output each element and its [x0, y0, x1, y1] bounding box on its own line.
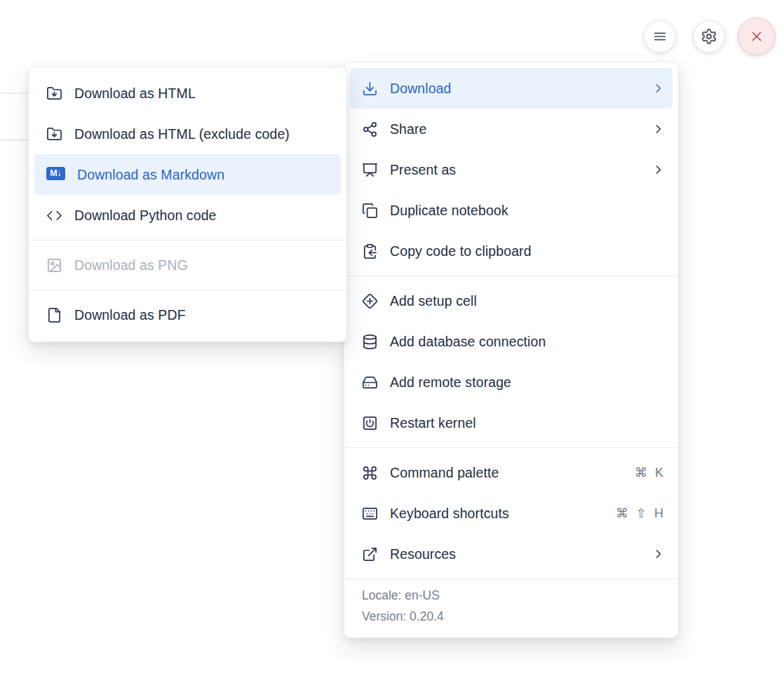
folder-down-icon: [46, 86, 62, 102]
copy-icon: [362, 203, 378, 219]
menu-item-label: Keyboard shortcuts: [390, 506, 607, 522]
image-icon: [46, 257, 62, 273]
menu-item-download-as-pdf[interactable]: Download as PDF: [34, 295, 341, 335]
notebook-actions-menu: DownloadSharePresent asDuplicate noteboo…: [344, 62, 679, 638]
menu-item-download-as-markdown[interactable]: M↓Download as Markdown: [34, 154, 341, 195]
database-icon: [362, 334, 378, 350]
locale-text: Locale: en-US: [362, 588, 661, 603]
menu-item-download-as-html-exclude-code[interactable]: Download as HTML (exclude code): [34, 114, 341, 154]
command-icon: [362, 465, 378, 481]
menu-item-present-as[interactable]: Present as: [350, 149, 673, 190]
menu-item-copy-code-to-clipboard[interactable]: Copy code to clipboard: [350, 231, 673, 271]
menu-item-label: Duplicate notebook: [390, 203, 665, 219]
background-cell-border-bottom: [0, 140, 29, 141]
menu-item-add-setup-cell[interactable]: Add setup cell: [350, 280, 673, 321]
menu-item-label: Download as HTML (exclude code): [74, 126, 334, 142]
menu-item-command-palette[interactable]: Command palette⌘ K: [350, 452, 673, 493]
keyboard-shortcut-hint: ⌘ K: [635, 465, 665, 480]
clipboard-copy-icon: [362, 243, 378, 259]
menu-item-label: Share: [390, 121, 643, 137]
menu-separator: [29, 240, 346, 241]
hard-drive-icon: [362, 374, 378, 391]
external-link-icon: [362, 546, 378, 562]
presentation-icon: [362, 162, 378, 178]
chevron-right-icon: [651, 81, 665, 95]
menu-item-label: Download as HTML: [74, 86, 334, 102]
menu-item-restart-kernel[interactable]: Restart kernel: [350, 402, 673, 443]
menu-item-label: Add remote storage: [390, 374, 665, 391]
menu-item-label: Download Python code: [74, 208, 334, 224]
menu-item-label: Download as PNG: [74, 257, 334, 273]
markdown-badge: M↓: [46, 167, 65, 180]
menu-item-label: Resources: [390, 546, 643, 562]
menu-item-resources[interactable]: Resources: [350, 534, 673, 574]
menu-item-label: Copy code to clipboard: [390, 243, 665, 259]
menu-item-label: Download as Markdown: [77, 167, 334, 183]
menu-item-download-python-code[interactable]: Download Python code: [34, 195, 341, 236]
settings-button[interactable]: [693, 20, 725, 53]
menu-button[interactable]: [644, 20, 676, 53]
folder-down-icon: [46, 126, 62, 142]
markdown-badge-icon: M↓: [46, 167, 65, 183]
chevron-right-icon: [651, 122, 665, 136]
menu-item-label: Command palette: [390, 465, 626, 481]
menu-item-label: Download: [390, 81, 643, 97]
menu-item-label: Add database connection: [390, 334, 665, 350]
close-button[interactable]: [738, 18, 776, 55]
menu-separator: [29, 290, 346, 290]
menu-item-label: Download as PDF: [74, 307, 334, 323]
background-cell-border-top: [0, 93, 29, 94]
menu-item-keyboard-shortcuts[interactable]: Keyboard shortcuts⌘ ⇧ H: [350, 493, 673, 534]
diamond-plus-icon: [362, 293, 378, 309]
menu-item-label: Add setup cell: [390, 293, 665, 309]
code-icon: [46, 208, 62, 224]
menu-item-download-as-html[interactable]: Download as HTML: [34, 73, 341, 114]
menu-item-download-as-png: Download as PNG: [34, 245, 341, 285]
menu-item-duplicate-notebook[interactable]: Duplicate notebook: [350, 190, 673, 231]
keyboard-icon: [362, 506, 378, 522]
menu-separator: [344, 276, 678, 276]
download-icon: [362, 81, 378, 97]
menu-separator: [344, 447, 678, 448]
menu-item-label: Present as: [390, 162, 643, 178]
share-icon: [362, 121, 378, 137]
file-icon: [46, 307, 62, 323]
close-icon: [749, 29, 764, 44]
menu-item-add-remote-storage[interactable]: Add remote storage: [350, 362, 673, 402]
menu-footer: Locale: en-USVersion: 0.20.4: [344, 579, 678, 632]
download-submenu: Download as HTMLDownload as HTML (exclud…: [28, 67, 347, 342]
version-text: Version: 0.20.4: [362, 609, 661, 624]
menu-item-share[interactable]: Share: [350, 109, 673, 149]
keyboard-shortcut-hint: ⌘ ⇧ H: [616, 506, 665, 521]
hamburger-icon: [652, 29, 668, 44]
menu-item-add-database-connection[interactable]: Add database connection: [350, 321, 673, 362]
menu-item-download[interactable]: Download: [350, 68, 673, 109]
square-power-icon: [362, 415, 378, 431]
chevron-right-icon: [651, 547, 665, 561]
gear-icon: [701, 28, 717, 45]
chevron-right-icon: [651, 163, 665, 177]
menu-item-label: Restart kernel: [390, 415, 665, 431]
